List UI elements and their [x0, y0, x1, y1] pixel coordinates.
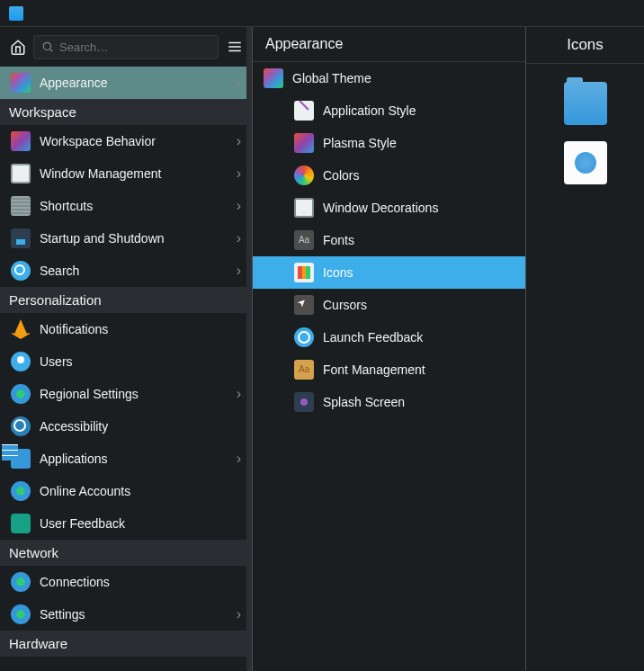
sidebar-section-network: Network	[0, 540, 252, 566]
chevron-right-icon: ›	[237, 133, 241, 149]
home-button[interactable]	[9, 34, 26, 59]
middle-item-application-style-icon	[294, 101, 314, 121]
sidebar-item-settings[interactable]: Settings›	[0, 598, 252, 631]
sidebar-item-window-management-label: Window Management	[40, 166, 237, 181]
chevron-right-icon: ›	[237, 75, 241, 91]
sidebar: Appearance› WorkspaceWorkspace Behavior›…	[0, 27, 252, 671]
sidebar-item-shortcuts-icon	[11, 196, 31, 216]
sidebar-item-applications[interactable]: Applications›	[0, 443, 252, 475]
titlebar	[0, 0, 644, 27]
sidebar-item-settings-label: Settings	[40, 607, 237, 622]
chevron-right-icon: ›	[237, 606, 241, 622]
sidebar-item-startup-shutdown-label: Startup and Shutdown	[40, 231, 237, 246]
middle-item-global-theme[interactable]: Global Theme	[253, 62, 525, 94]
sidebar-item-user-feedback-icon	[11, 514, 31, 533]
sidebar-item-applications-icon	[11, 449, 31, 469]
sidebar-item-shortcuts-label: Shortcuts	[40, 199, 237, 213]
middle-item-font-management-label: Font Management	[323, 362, 425, 377]
chevron-right-icon: ›	[237, 198, 241, 214]
sidebar-item-accessibility[interactable]: Accessibility	[0, 410, 252, 443]
sidebar-item-applications-label: Applications	[40, 452, 237, 466]
sidebar-item-notifications-label: Notifications	[40, 322, 241, 336]
sidebar-item-online-accounts[interactable]: Online Accounts	[0, 475, 252, 507]
right-panel: Icons	[526, 27, 644, 671]
sidebar-item-appearance[interactable]: Appearance›	[0, 67, 252, 99]
middle-item-launch-feedback-icon	[294, 327, 314, 347]
middle-panel: Appearance Global ThemeApplication Style…	[252, 27, 526, 671]
sidebar-scrollbar[interactable]	[246, 27, 252, 671]
sidebar-item-startup-shutdown[interactable]: Startup and Shutdown›	[0, 222, 252, 255]
middle-item-application-style-label: Application Style	[323, 103, 416, 118]
middle-item-window-decorations[interactable]: Window Decorations	[253, 192, 525, 224]
sidebar-item-search[interactable]: Search›	[0, 255, 252, 287]
middle-item-cursors[interactable]: Cursors	[253, 289, 525, 321]
middle-item-splash-screen-icon	[294, 392, 314, 412]
sidebar-item-regional-settings-icon	[11, 384, 31, 404]
sidebar-item-online-accounts-icon	[11, 481, 31, 501]
middle-item-cursors-label: Cursors	[323, 298, 367, 312]
chevron-right-icon: ›	[237, 386, 241, 402]
sidebar-section-hardware: Hardware	[0, 631, 252, 657]
sidebar-item-workspace-behavior-label: Workspace Behavior	[40, 134, 237, 148]
middle-item-icons-icon	[294, 263, 314, 282]
middle-item-colors-label: Colors	[323, 168, 359, 183]
sidebar-item-appearance-label: Appearance	[40, 76, 237, 90]
middle-item-fonts-icon	[294, 230, 314, 250]
middle-item-splash-screen[interactable]: Splash Screen	[253, 386, 525, 418]
sidebar-header	[0, 27, 252, 67]
middle-item-plasma-style-label: Plasma Style	[323, 136, 397, 150]
search-input[interactable]	[59, 40, 210, 54]
sidebar-item-notifications-icon	[11, 319, 31, 339]
search-box[interactable]	[33, 35, 219, 59]
home-icon	[10, 39, 26, 55]
sidebar-item-notifications[interactable]: Notifications	[0, 313, 252, 345]
app-icon	[9, 6, 23, 21]
sidebar-item-connections-label: Connections	[40, 575, 241, 589]
sidebar-item-window-management-icon	[11, 164, 31, 183]
middle-item-colors-icon	[294, 166, 314, 185]
sidebar-item-startup-shutdown-icon	[11, 228, 31, 248]
middle-item-launch-feedback[interactable]: Launch Feedback	[253, 321, 525, 353]
middle-list: Global ThemeApplication StylePlasma Styl…	[253, 62, 525, 671]
middle-item-fonts[interactable]: Fonts	[253, 224, 525, 256]
sidebar-item-workspace-behavior[interactable]: Workspace Behavior›	[0, 125, 252, 157]
sidebar-item-accessibility-icon	[11, 416, 31, 436]
middle-item-colors[interactable]: Colors	[253, 159, 525, 192]
middle-item-fonts-label: Fonts	[323, 233, 354, 247]
middle-item-plasma-style-icon	[294, 133, 314, 153]
sidebar-section-workspace: Workspace	[0, 99, 252, 125]
svg-point-0	[43, 42, 50, 49]
middle-item-global-theme-label: Global Theme	[292, 71, 371, 85]
middle-item-font-management[interactable]: Font Management	[253, 353, 525, 386]
sidebar-item-connections-icon	[11, 572, 31, 592]
chevron-right-icon: ›	[237, 263, 241, 279]
sidebar-item-appearance-icon	[11, 73, 31, 93]
sidebar-item-regional-settings-label: Regional Settings	[40, 387, 237, 401]
sidebar-item-search-label: Search	[40, 264, 237, 278]
folder-icon-preview[interactable]	[564, 82, 607, 125]
hamburger-button[interactable]	[226, 34, 243, 59]
middle-panel-title: Appearance	[253, 27, 525, 62]
chevron-right-icon: ›	[237, 230, 241, 246]
right-panel-title: Icons	[526, 27, 644, 64]
middle-item-plasma-style[interactable]: Plasma Style	[253, 127, 525, 159]
middle-item-icons[interactable]: Icons	[253, 256, 525, 289]
sidebar-item-user-feedback[interactable]: User Feedback	[0, 507, 252, 540]
middle-item-application-style[interactable]: Application Style	[253, 94, 525, 127]
middle-item-cursors-icon	[294, 295, 314, 315]
sidebar-item-search-icon	[11, 261, 31, 281]
html-file-icon-preview[interactable]	[564, 141, 607, 184]
sidebar-item-users[interactable]: Users	[0, 345, 252, 378]
sidebar-item-connections[interactable]: Connections	[0, 566, 252, 598]
sidebar-item-settings-icon	[11, 604, 31, 624]
sidebar-item-users-label: Users	[40, 354, 241, 369]
middle-item-global-theme-icon	[264, 68, 283, 88]
middle-item-window-decorations-icon	[294, 198, 314, 218]
sidebar-section-personalization: Personalization	[0, 287, 252, 313]
sidebar-item-regional-settings[interactable]: Regional Settings›	[0, 378, 252, 410]
sidebar-item-shortcuts[interactable]: Shortcuts›	[0, 190, 252, 222]
chevron-right-icon: ›	[237, 451, 241, 467]
sidebar-item-window-management[interactable]: Window Management›	[0, 157, 252, 190]
content: Appearance› WorkspaceWorkspace Behavior›…	[0, 27, 644, 671]
middle-item-launch-feedback-label: Launch Feedback	[323, 330, 423, 344]
